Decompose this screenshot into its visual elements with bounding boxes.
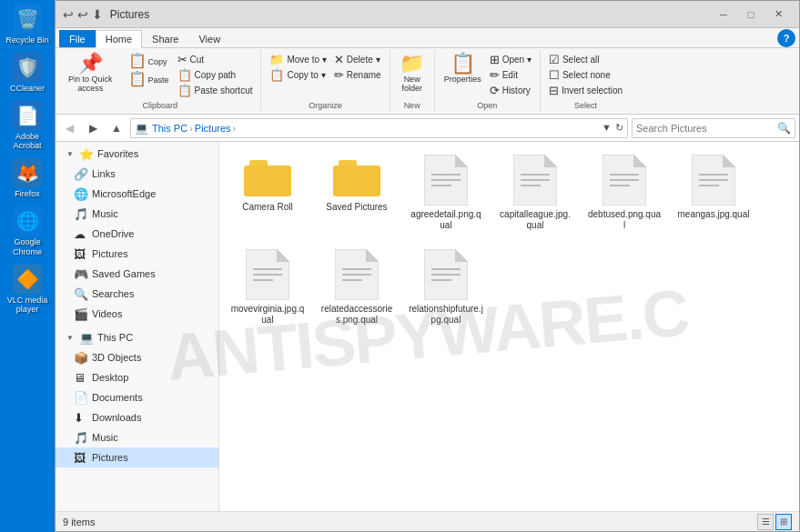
tab-home[interactable]: Home — [96, 30, 142, 48]
sidebar-item-pictures-fav[interactable]: 🖼 Pictures — [56, 244, 218, 264]
edit-icon: ✏ — [490, 68, 500, 82]
file-item-capitalleague[interactable]: capitalleague.jpg.qual — [494, 149, 576, 236]
favorites-label: Favorites — [97, 148, 138, 159]
organize-col2: ✕ Delete ▾ ✏ Rename — [331, 52, 384, 83]
forward-button[interactable]: ▶ — [83, 118, 103, 138]
desktop-icon-google-chrome[interactable]: 🌐 Google Chrome — [3, 206, 53, 257]
sidebar-item-desktop[interactable]: 🖥 Desktop — [56, 367, 218, 387]
sidebar-item-searches[interactable]: 🔍 Searches — [56, 284, 218, 304]
onedrive-icon: ☁ — [74, 227, 88, 241]
tab-view[interactable]: View — [188, 30, 230, 47]
sidebar-item-3dobjects[interactable]: 📦 3D Objects — [56, 347, 218, 367]
back-button[interactable]: ◀ — [59, 118, 79, 138]
file-item-agreedetail[interactable]: agreedetail.png.qual — [405, 149, 487, 236]
sidebar-item-favorites[interactable]: ▼ ⭐ Favorites — [56, 144, 218, 164]
desktop-icon-label: CCleaner — [10, 84, 45, 94]
rename-icon: ✏ — [334, 68, 344, 82]
desktop-icon-ccleaner[interactable]: 🛡️ CCleaner — [3, 53, 53, 94]
svg-marker-32 — [366, 249, 379, 262]
new-folder-icon: 📁 — [400, 54, 424, 74]
sidebar-item-microsoftedge[interactable]: 🌐 MicrosoftEdge — [56, 184, 218, 204]
file-item-debtused[interactable]: debtused.png.qual — [583, 149, 665, 236]
camera-roll-name: Camera Roll — [242, 202, 293, 213]
rename-button[interactable]: ✏ Rename — [331, 67, 384, 83]
tab-file[interactable]: File — [59, 30, 96, 47]
minimize-button[interactable]: ─ — [710, 2, 737, 27]
desktop-icon-vlc-media-player[interactable]: 🔶 VLC media player — [3, 265, 53, 316]
ribbon-content: 📌 Pin to Quickaccess 📋 Copy 📋 Paste — [56, 48, 799, 114]
new-folder-button[interactable]: 📁 Newfolder — [396, 52, 429, 95]
copy-icon: 📋 — [128, 54, 147, 68]
searches-icon: 🔍 — [74, 287, 88, 301]
close-button[interactable]: ✕ — [765, 2, 792, 27]
clipboard-extras-col: ✂ Cut 📋 Copy path 📋 Paste shortcut — [175, 52, 256, 98]
desktop-icon-adobe-acrobat[interactable]: 📄 Adobe Acrobat — [3, 101, 53, 152]
file-item-meangas[interactable]: meangas.jpg.qual — [673, 149, 754, 236]
music2-icon: 🎵 — [74, 431, 88, 445]
breadcrumb: 💻 This PC › Pictures › ▼ ↻ — [130, 118, 628, 138]
file-item-camera-roll[interactable]: Camera Roll — [227, 149, 309, 236]
file-item-saved-pictures[interactable]: Saved Pictures — [316, 149, 398, 236]
move-to-button[interactable]: 📁 Move to ▾ — [267, 52, 329, 67]
breadcrumb-dropdown[interactable]: ▼ — [602, 122, 612, 134]
copy-to-button[interactable]: 📋 Copy to ▾ — [267, 67, 329, 83]
sidebar-item-music2[interactable]: 🎵 Music — [56, 427, 218, 447]
thispc-expand-arrow: ▼ — [66, 334, 76, 342]
properties-button[interactable]: 📋 Properties — [441, 52, 485, 85]
sidebar-item-documents[interactable]: 📄 Documents — [56, 387, 218, 407]
breadcrumb-refresh[interactable]: ↻ — [615, 122, 623, 134]
history-button[interactable]: ⟳ History — [487, 83, 534, 98]
desktop-icon-firefox[interactable]: 🦊 Firefox — [3, 158, 53, 199]
search-bar: 🔍 — [632, 118, 795, 138]
sidebar-item-links[interactable]: 🔗 Links — [56, 164, 218, 184]
paste-shortcut-button[interactable]: 📋 Paste shortcut — [175, 83, 256, 98]
select-all-button[interactable]: ☑ Select all — [546, 52, 625, 67]
select-col: ☑ Select all ☐ Select none ⊟ Invert sele… — [546, 52, 625, 98]
copy-button[interactable]: 📋 Copy — [125, 52, 173, 70]
breadcrumb-thispc[interactable]: This PC — [152, 123, 187, 134]
open-col: ⊞ Open ▾ ✏ Edit ⟳ History — [487, 52, 534, 98]
sidebar-item-savedgames[interactable]: 🎮 Saved Games — [56, 264, 218, 284]
desktop-icon-label: Google Chrome — [3, 237, 53, 257]
sidebar-item-onedrive[interactable]: ☁ OneDrive — [56, 224, 218, 244]
maximize-button[interactable]: □ — [737, 2, 765, 27]
cut-button[interactable]: ✂ Cut — [175, 52, 256, 67]
pictures-label: Pictures — [92, 452, 128, 463]
pin-to-quick-access-button[interactable]: 📌 Pin to Quickaccess — [65, 52, 116, 95]
paste-button[interactable]: 📋 Paste — [125, 70, 173, 88]
sidebar-item-downloads[interactable]: ⬇ Downloads — [56, 407, 218, 427]
tab-share[interactable]: Share — [142, 30, 188, 47]
desktop-icon-image: 🗑️ — [13, 5, 42, 34]
file-item-relationshipfuture[interactable]: relationshipfuture.jpg.qual — [405, 244, 487, 331]
open-button[interactable]: ⊞ Open ▾ — [487, 52, 534, 67]
open-group: 📋 Properties ⊞ Open ▾ ✏ Edit ⟳ — [435, 50, 541, 112]
up-button[interactable]: ▲ — [106, 118, 127, 138]
delete-icon: ✕ — [334, 53, 344, 66]
music-label: Music — [92, 208, 118, 219]
sidebar-item-thispc[interactable]: ▼ 💻 This PC — [56, 327, 218, 347]
sidebar-item-pictures[interactable]: 🖼 Pictures — [56, 447, 218, 467]
copy-path-button[interactable]: 📋 Copy path — [175, 67, 256, 83]
edit-button[interactable]: ✏ Edit — [487, 67, 534, 83]
clipboard-items: 📌 Pin to Quickaccess 📋 Copy 📋 Paste — [65, 50, 255, 101]
sidebar-item-videos[interactable]: 🎬 Videos — [56, 304, 218, 324]
desktop-icon-recycle-bin[interactable]: 🗑️ Recycle Bin — [3, 5, 53, 45]
item-count: 9 items — [63, 517, 757, 527]
help-button[interactable]: ? — [777, 29, 795, 47]
breadcrumb-pictures[interactable]: Pictures — [195, 123, 231, 134]
file-item-relatedaccessories[interactable]: relatedaccessories.png.qual — [316, 244, 398, 331]
delete-button[interactable]: ✕ Delete ▾ — [331, 52, 384, 67]
invert-selection-button[interactable]: ⊟ Invert selection — [546, 83, 625, 98]
select-none-button[interactable]: ☐ Select none — [546, 67, 625, 83]
music-icon: 🎵 — [74, 207, 88, 221]
search-input[interactable] — [636, 123, 777, 134]
sidebar-item-music[interactable]: 🎵 Music — [56, 204, 218, 224]
file-grid: Camera Roll Saved Pictures — [227, 149, 792, 331]
grid-view-button[interactable]: ⊞ — [775, 514, 792, 530]
file-item-movevirginia[interactable]: movevirginia.jpg.qual — [227, 244, 309, 331]
list-view-button[interactable]: ☰ — [757, 514, 774, 530]
desktop-icon-image: 📄 — [13, 101, 42, 130]
search-icon[interactable]: 🔍 — [777, 122, 791, 135]
paste-label: Paste — [148, 75, 169, 85]
title-bar-left: ↩ ↩ ⬇ Pictures — [63, 7, 710, 22]
